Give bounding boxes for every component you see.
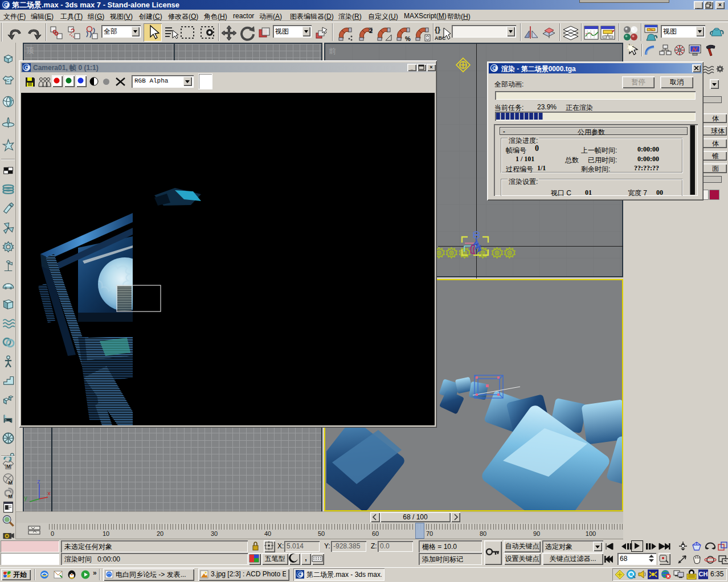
svg-text:M: M [9, 480, 13, 486]
svg-text:z: z [37, 479, 40, 485]
svg-text:C: C [6, 78, 10, 83]
svg-text:y: y [24, 495, 27, 502]
svg-text:M: M [6, 464, 11, 469]
svg-text:{}: {} [435, 25, 440, 34]
svg-text:x: x [47, 491, 51, 497]
svg-text:2: 2 [369, 27, 373, 34]
svg-text:%: % [405, 35, 411, 42]
svg-text:M: M [9, 494, 13, 499]
